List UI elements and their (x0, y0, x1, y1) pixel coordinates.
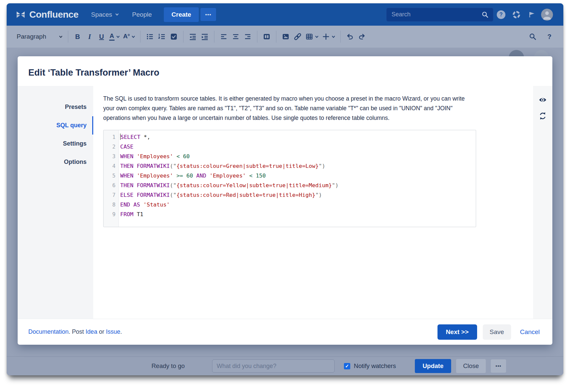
code-line: THEN FORMATWIKI("{status:colour=Yellow|s… (120, 181, 476, 190)
code-line: WHEN 'Employees' < 60 (120, 152, 476, 161)
update-button[interactable]: Update (415, 359, 451, 373)
save-button[interactable]: Save (483, 324, 511, 340)
top-nav-bar: Confluence Spaces People Create ••• ? (7, 3, 563, 26)
profile-button[interactable] (539, 7, 555, 22)
nav-spaces[interactable]: Spaces (84, 11, 125, 18)
confluence-logo[interactable]: Confluence (15, 9, 78, 20)
editor-help-button[interactable]: ? (543, 31, 555, 43)
indent-button[interactable] (199, 31, 211, 43)
sql-code-editor[interactable]: 123456789 SELECT *,CASEWHEN 'Employees' … (103, 130, 476, 227)
macro-editor-dialog: Edit ‘Table Transformer’ Macro PresetsSQ… (18, 56, 552, 345)
italic-button[interactable]: I (84, 31, 96, 43)
documentation-link[interactable]: Documentation (28, 328, 69, 335)
issue-link[interactable]: Issue (106, 328, 120, 335)
confluence-logo-icon (15, 11, 26, 19)
nav-people[interactable]: People (126, 11, 158, 18)
formatting-button[interactable]: Ao (122, 31, 137, 43)
footer-text: . (120, 328, 122, 335)
line-number: 9 (104, 209, 119, 219)
toolbar-separator (276, 31, 276, 43)
logo-text: Confluence (29, 9, 78, 20)
code-line: WHEN 'Employees' >= 60 AND 'Employees' <… (120, 171, 476, 181)
outdent-button[interactable] (187, 31, 199, 43)
notify-watchers-toggle[interactable]: ✓ Notify watchers (344, 362, 396, 370)
toolbar-separator (183, 31, 183, 43)
chevron-down-icon (115, 13, 119, 16)
refresh-button[interactable] (538, 111, 548, 121)
toolbar-separator (214, 31, 214, 43)
dialog-body: PresetsSQL querySettingsOptions The SQL … (18, 86, 552, 319)
flag-icon (528, 11, 536, 19)
tab-options[interactable]: Options (18, 153, 93, 171)
preview-button[interactable] (538, 95, 548, 105)
refresh-icon (539, 112, 547, 120)
toolbar-separator (257, 31, 257, 43)
avatar (541, 9, 553, 21)
settings-button[interactable] (509, 7, 524, 22)
idea-link[interactable]: Idea (86, 328, 97, 335)
insert-image-button[interactable] (280, 31, 292, 43)
next-button[interactable]: Next >> (437, 324, 477, 340)
bullet-list-button[interactable] (144, 31, 156, 43)
checkbox-checked-icon[interactable]: ✓ (344, 363, 350, 369)
tab-presets[interactable]: Presets (18, 98, 93, 116)
chevron-down-icon (332, 36, 335, 38)
align-right-button[interactable] (242, 31, 254, 43)
page-canvas: Edit ‘Table Transformer’ Macro PresetsSQ… (7, 48, 563, 375)
code-line: FROM T1 (120, 209, 476, 219)
search-input[interactable] (391, 11, 481, 18)
eye-icon (538, 96, 547, 104)
change-comment-input[interactable] (212, 359, 335, 373)
numbered-list-icon (158, 33, 166, 41)
create-button[interactable]: Create (164, 7, 199, 22)
outdent-icon (189, 33, 197, 41)
insert-table-button[interactable] (304, 31, 320, 43)
notify-watchers-label: Notify watchers (354, 362, 396, 370)
code-line: THEN FORMATWIKI("{status:colour=Green|su… (120, 161, 476, 171)
code-line: ELSE FORMATWIKI("{status:colour=Red|subt… (120, 190, 476, 200)
toolbar-separator (140, 31, 141, 43)
editor-toolbar: Paragraph B I U A Ao (7, 26, 563, 48)
task-list-button[interactable] (168, 31, 180, 43)
paragraph-style-dropdown[interactable]: Paragraph (15, 33, 65, 40)
tab-settings[interactable]: Settings (18, 135, 93, 153)
help-button[interactable]: ? (493, 7, 509, 22)
help-icon: ? (497, 10, 505, 19)
link-icon (293, 32, 302, 41)
page-layout-icon (263, 33, 271, 41)
chevron-down-icon (59, 36, 63, 38)
modal-overlay: Edit ‘Table Transformer’ Macro PresetsSQ… (7, 48, 563, 356)
close-button[interactable]: Close (456, 359, 486, 373)
bold-button[interactable]: B (72, 31, 84, 43)
undo-button[interactable] (344, 31, 356, 43)
underline-button[interactable]: U (96, 31, 108, 43)
numbered-list-button[interactable] (156, 31, 168, 43)
insert-more-button[interactable] (320, 31, 337, 43)
more-options-button[interactable]: ••• (491, 359, 506, 373)
table-icon (305, 33, 313, 41)
find-replace-button[interactable] (527, 31, 539, 43)
dialog-footer: Documentation. Post Idea or Issue. Next … (18, 319, 552, 345)
line-number: 4 (104, 161, 119, 171)
search-icon (529, 33, 537, 41)
align-center-button[interactable] (230, 31, 242, 43)
task-list-icon (170, 33, 178, 41)
confluence-window: Confluence Spaces People Create ••• ? (7, 3, 563, 375)
ready-status-text: Ready to go (151, 362, 185, 370)
insert-link-button[interactable] (292, 31, 304, 43)
align-left-button[interactable] (218, 31, 230, 43)
search-icon[interactable] (481, 11, 489, 18)
align-left-icon (220, 33, 228, 41)
line-number: 2 (104, 142, 119, 152)
sql-description: The SQL is used to transform source tabl… (103, 94, 476, 123)
page-layout-button[interactable] (261, 31, 273, 43)
global-search-box (386, 8, 493, 22)
footer-text: or (97, 328, 106, 335)
chevron-down-icon (132, 36, 135, 38)
nav-more-button[interactable]: ••• (200, 8, 216, 21)
notifications-button[interactable] (524, 7, 539, 22)
tab-sql-query[interactable]: SQL query (18, 116, 93, 135)
text-color-button[interactable]: A (108, 31, 122, 43)
redo-button[interactable] (356, 31, 368, 43)
cancel-button[interactable]: Cancel (518, 328, 542, 336)
